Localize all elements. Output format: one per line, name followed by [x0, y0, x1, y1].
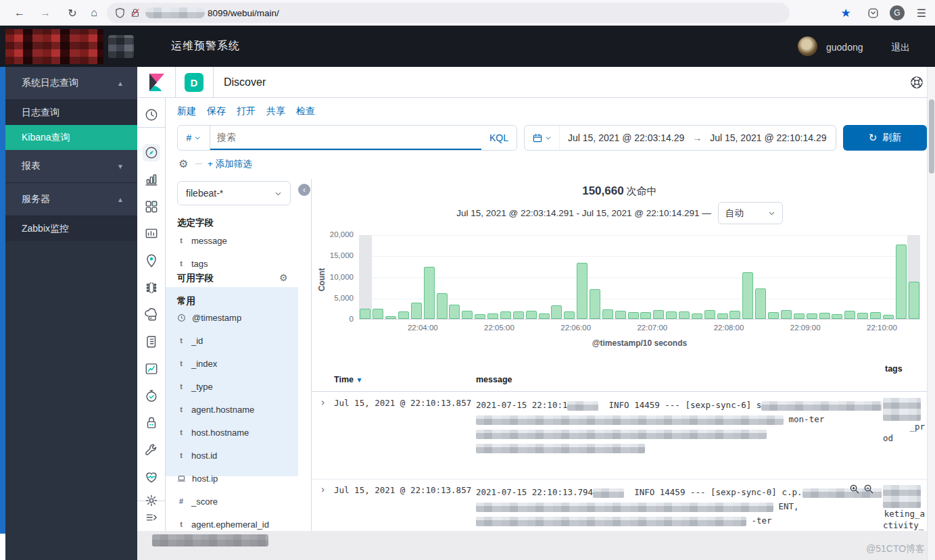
- histogram-bar[interactable]: [907, 235, 920, 319]
- interval-select[interactable]: 自动: [718, 202, 783, 224]
- field-tags[interactable]: ttags: [177, 257, 208, 270]
- table-row[interactable]: ›Jul 15, 2021 @ 22:10:13.8572021-07-15 2…: [312, 392, 927, 480]
- kql-toggle[interactable]: KQL: [481, 126, 517, 150]
- management-icon[interactable]: [143, 492, 160, 509]
- histogram-bar[interactable]: [398, 235, 410, 319]
- column-message[interactable]: message: [476, 375, 512, 384]
- sidebar-item-1[interactable]: 日志查询: [5, 100, 137, 125]
- histogram-bar[interactable]: [869, 235, 882, 319]
- menu-2[interactable]: 打开: [237, 105, 256, 118]
- saved-query-menu-button[interactable]: #: [178, 126, 210, 150]
- histogram-bar[interactable]: [512, 235, 525, 319]
- column-tags[interactable]: tags: [885, 364, 903, 374]
- reload-icon[interactable]: ↻: [64, 4, 81, 22]
- histogram-bar[interactable]: [410, 235, 423, 319]
- machine-learning-icon[interactable]: [143, 279, 160, 297]
- histogram-bar[interactable]: [844, 235, 857, 319]
- avatar[interactable]: [798, 36, 817, 56]
- histogram-bar[interactable]: [857, 235, 869, 319]
- scrollbar-thumb[interactable]: [929, 99, 934, 174]
- sidebar-item-5[interactable]: Zabbix监控: [5, 216, 137, 241]
- histogram-bar[interactable]: [805, 235, 818, 319]
- filter-gear-icon[interactable]: ⚙: [178, 157, 188, 170]
- maps-icon[interactable]: [143, 252, 160, 270]
- pocket-icon[interactable]: [864, 4, 882, 22]
- shield-icon[interactable]: [115, 7, 125, 18]
- field-@timestamp[interactable]: @timestamp: [177, 311, 241, 324]
- histogram-bar[interactable]: [372, 235, 385, 319]
- histogram-bar[interactable]: [589, 235, 602, 319]
- metrics-icon[interactable]: [143, 360, 160, 378]
- histogram-bar[interactable]: [563, 235, 576, 319]
- histogram-bar[interactable]: [640, 235, 652, 319]
- profile-badge[interactable]: G: [888, 4, 906, 22]
- magnify-minus-icon[interactable]: [863, 484, 873, 494]
- collapse-sidebar-button[interactable]: ‹: [298, 184, 310, 196]
- histogram-bar[interactable]: [423, 235, 435, 319]
- histogram-bar[interactable]: [614, 235, 627, 319]
- histogram-bar[interactable]: [627, 235, 640, 319]
- menu-1[interactable]: 保存: [207, 105, 226, 118]
- sidebar-item-2[interactable]: Kibana查询: [5, 125, 137, 150]
- menu-4[interactable]: 检查: [296, 105, 315, 118]
- siem-icon[interactable]: [143, 414, 160, 432]
- histogram-bar[interactable]: [792, 235, 805, 319]
- field-host.hostname[interactable]: thost.hostname: [177, 426, 249, 438]
- histogram-bar[interactable]: [500, 235, 512, 319]
- visualize-icon[interactable]: [143, 171, 160, 188]
- add-filter-button[interactable]: + 添加筛选: [208, 158, 252, 170]
- collapse-nav-icon[interactable]: [143, 509, 160, 526]
- forward-icon[interactable]: →: [37, 4, 54, 22]
- histogram-bar[interactable]: [767, 235, 780, 319]
- sidebar-item-3[interactable]: 报表▼: [5, 150, 137, 183]
- menu-3[interactable]: 共享: [266, 105, 285, 118]
- histogram-bar[interactable]: [882, 235, 894, 319]
- field-settings-gear-icon[interactable]: ⚙: [279, 272, 288, 283]
- discover-icon[interactable]: [143, 144, 160, 161]
- bookmark-star-icon[interactable]: ★: [837, 4, 855, 22]
- logout-button[interactable]: 退出: [891, 42, 910, 54]
- stack-monitoring-icon[interactable]: [143, 468, 160, 486]
- histogram-bar[interactable]: [385, 235, 398, 319]
- dev-tools-icon[interactable]: [143, 441, 160, 459]
- column-time[interactable]: Time ▼: [334, 375, 362, 384]
- expand-row-icon[interactable]: ›: [320, 484, 326, 496]
- histogram-bar[interactable]: [435, 235, 448, 319]
- table-row[interactable]: ›Jul 15, 2021 @ 22:10:13.8572021-07-15 2…: [312, 480, 927, 531]
- field-_index[interactable]: t_index: [177, 357, 217, 370]
- kibana-logo[interactable]: [147, 72, 167, 93]
- discover-app-badge[interactable]: D: [185, 73, 203, 92]
- url-bar[interactable]: 8099/webui/main/: [107, 3, 790, 23]
- histogram-bar[interactable]: [601, 235, 614, 319]
- help-icon[interactable]: [909, 75, 924, 90]
- sidebar-item-4[interactable]: 服务器▲: [5, 183, 137, 216]
- histogram-bar[interactable]: [487, 235, 500, 319]
- histogram-bar[interactable]: [678, 235, 691, 319]
- expand-row-icon[interactable]: ›: [320, 397, 326, 409]
- field-host.id[interactable]: thost.id: [177, 449, 217, 461]
- canvas-icon[interactable]: [143, 225, 160, 243]
- chart-plot[interactable]: [359, 235, 920, 320]
- index-pattern-select[interactable]: filebeat-*: [177, 181, 291, 205]
- uptime-icon[interactable]: [143, 387, 160, 405]
- calendar-icon[interactable]: [525, 126, 560, 150]
- histogram-bar[interactable]: [461, 235, 474, 319]
- field-_id[interactable]: t_id: [177, 334, 203, 347]
- vertical-scrollbar[interactable]: [927, 67, 935, 560]
- histogram-bar[interactable]: [525, 235, 537, 319]
- logs-icon[interactable]: [143, 333, 160, 351]
- menu-icon[interactable]: ☰: [913, 4, 930, 22]
- histogram-bar[interactable]: [754, 235, 767, 319]
- insecure-lock-icon[interactable]: [130, 7, 140, 18]
- time-from[interactable]: Jul 15, 2021 @ 22:03:14.29: [560, 132, 692, 143]
- field-agent.ephemeral_id[interactable]: tagent.ephemeral_id: [177, 518, 269, 530]
- histogram-bar[interactable]: [742, 235, 754, 319]
- histogram-bar[interactable]: [448, 235, 461, 319]
- histogram-bar[interactable]: [550, 235, 563, 319]
- sidebar-item-0[interactable]: 系统日志查询▲: [5, 67, 137, 100]
- histogram-bar[interactable]: [703, 235, 716, 319]
- histogram-bar[interactable]: [716, 235, 729, 319]
- refresh-button[interactable]: ↻ 刷新: [843, 125, 927, 151]
- histogram-bar[interactable]: [665, 235, 678, 319]
- field-_score[interactable]: #_score: [177, 495, 218, 507]
